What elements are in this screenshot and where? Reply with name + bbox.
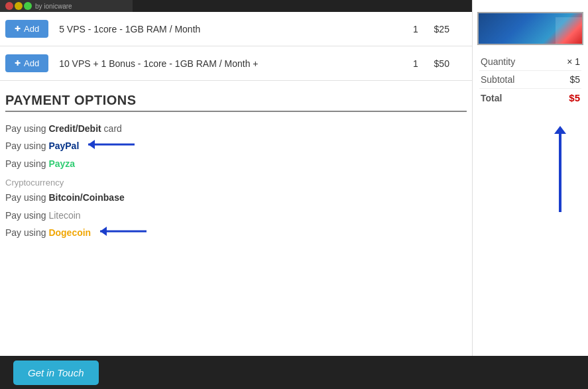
- product-table: Add 5 VPS - 1core - 1GB RAM / Month 1 $2…: [0, 12, 472, 81]
- credit-debit-name: Credit/Debit: [48, 123, 101, 134]
- subtotal-value: $5: [551, 71, 581, 89]
- product-qty-2: 1: [402, 46, 429, 81]
- bitcoin-name: Bitcoin/Coinbase: [48, 192, 124, 203]
- pay-using-bitcoin-label: Pay using: [5, 192, 48, 203]
- table-row: Add 10 VPS + 1 Bonus - 1core - 1GB RAM /…: [0, 46, 472, 81]
- left-panel: Add 5 VPS - 1core - 1GB RAM / Month 1 $2…: [0, 0, 472, 389]
- total-label: Total: [479, 89, 551, 107]
- card-suffix: card: [104, 123, 122, 134]
- add-button-2[interactable]: Add: [5, 54, 48, 72]
- summary-table: Quantity × 1 Subtotal $5 Total $5: [479, 53, 581, 107]
- product-name-2: 10 VPS + 1 Bonus - 1core - 1GB RAM / Mon…: [54, 46, 402, 81]
- payment-section: PAYMENT OPTIONS Pay using Credit/Debit c…: [0, 81, 472, 249]
- pay-using-label: Pay using: [5, 123, 48, 134]
- pay-using-paypal-label: Pay using: [5, 140, 48, 151]
- dogecoin-arrow: [100, 227, 153, 236]
- get-in-touch-button[interactable]: Get in Touch: [13, 361, 99, 385]
- vertical-arrow: [559, 133, 561, 212]
- payment-title: PAYMENT OPTIONS: [5, 93, 467, 112]
- payment-litecoin[interactable]: Pay using Litecoin: [5, 208, 467, 223]
- payment-dogecoin[interactable]: Pay using Dogecoin: [5, 225, 467, 240]
- order-summary: Quantity × 1 Subtotal $5 Total $5: [473, 48, 588, 112]
- subtotal-label: Subtotal: [479, 71, 551, 89]
- add-button-1[interactable]: Add: [5, 20, 48, 38]
- total-row: Total $5: [479, 89, 581, 107]
- logo-area: by ionicware: [0, 0, 133, 12]
- main-container: by ionicware Add 5 VPS - 1core - 1GB RAM…: [0, 0, 588, 389]
- logo-text: by ionicware: [35, 3, 72, 10]
- dogecoin-name: Dogecoin: [48, 227, 91, 238]
- pay-using-litecoin-label: Pay using: [5, 210, 48, 221]
- circle-red: [5, 2, 13, 10]
- pay-using-payza-label: Pay using: [5, 158, 48, 169]
- footer-bar: Get in Touch: [0, 356, 588, 389]
- payza-name: Payza: [48, 158, 75, 169]
- circle-green: [24, 2, 32, 10]
- logo-circles: [5, 2, 32, 10]
- payment-credit-debit[interactable]: Pay using Credit/Debit card: [5, 121, 467, 136]
- right-panel: Quantity × 1 Subtotal $5 Total $5: [472, 0, 588, 389]
- litecoin-name: Litecoin: [48, 210, 80, 221]
- paypal-arrow: [88, 140, 141, 149]
- product-name-1: 5 VPS - 1core - 1GB RAM / Month: [54, 12, 402, 46]
- crypto-label: Cryptocurrency: [5, 178, 467, 188]
- payment-payza[interactable]: Pay using Payza: [5, 156, 467, 171]
- pay-using-dogecoin-label: Pay using: [5, 227, 48, 238]
- quantity-row: Quantity × 1: [479, 53, 581, 71]
- quantity-value: × 1: [551, 53, 581, 71]
- product-thumbnail: [477, 12, 583, 45]
- paypal-name: PayPal: [48, 140, 79, 151]
- payment-bitcoin[interactable]: Pay using Bitcoin/Coinbase: [5, 190, 467, 205]
- product-price-1: $25: [429, 12, 472, 46]
- payment-paypal[interactable]: Pay using PayPal: [5, 139, 467, 153]
- total-value: $5: [551, 89, 581, 107]
- product-price-2: $50: [429, 46, 472, 81]
- circle-yellow: [15, 2, 23, 10]
- table-row: Add 5 VPS - 1core - 1GB RAM / Month 1 $2…: [0, 12, 472, 46]
- subtotal-row: Subtotal $5: [479, 71, 581, 89]
- product-qty-1: 1: [402, 12, 429, 46]
- quantity-label: Quantity: [479, 53, 551, 71]
